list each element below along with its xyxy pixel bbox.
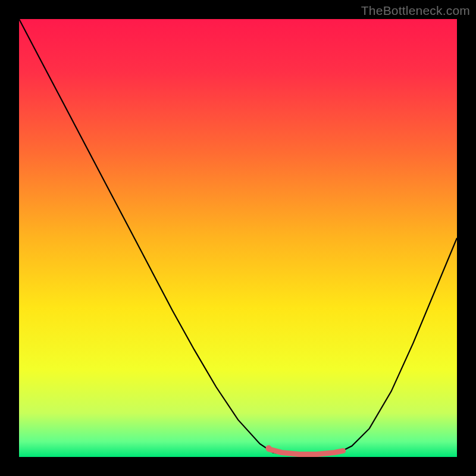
watermark-text: TheBottleneck.com bbox=[361, 4, 470, 18]
chart-frame bbox=[19, 19, 457, 457]
highlight-dot bbox=[266, 445, 272, 451]
bottleneck-chart bbox=[19, 19, 457, 457]
